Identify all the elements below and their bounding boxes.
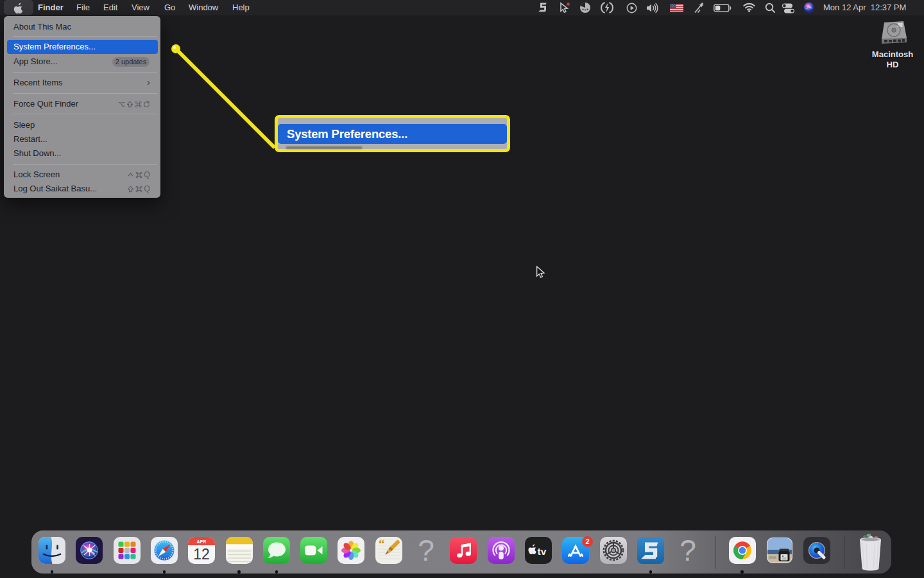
svg-text:APR: APR	[197, 539, 207, 544]
svg-text:tv: tv	[537, 546, 546, 557]
svg-text:“: “	[379, 537, 385, 550]
svg-text:12: 12	[193, 546, 210, 563]
